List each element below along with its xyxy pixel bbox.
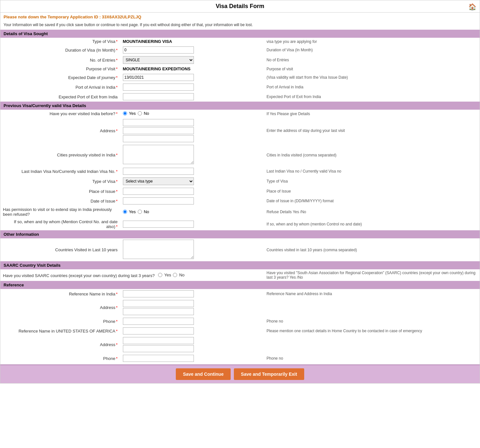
section-previous-visa: Previous Visa/Currently valid Visa Detai…: [0, 102, 480, 110]
ref-address-home-input-1[interactable]: [123, 337, 194, 344]
prev-type-of-visa-help: Type of Visa: [264, 176, 480, 186]
port-arrival-input[interactable]: [123, 84, 194, 91]
other-info-table: Countries Visited in Last 10 years Count…: [0, 238, 480, 261]
ref-name-home-label: Reference Name in UNITED STATES OF AMERI…: [0, 326, 120, 336]
expected-date-help: (Visa validity will start from the Visa …: [264, 73, 480, 82]
visa-no-label: Last Indian Visa No/Currently valid Indi…: [0, 166, 120, 176]
visa-details-table: Type of Visa MOUNTAINEERING VISA visa ty…: [0, 38, 480, 102]
type-of-visa-help: visa type you are applying for: [264, 38, 480, 45]
refused-help: Refuse Details Yes /No: [264, 206, 480, 218]
table-row: Address Enter the address of stay during…: [0, 118, 480, 144]
duration-input[interactable]: [123, 46, 194, 54]
refused-no-radio[interactable]: [138, 210, 142, 214]
table-row: Phone Phone no: [0, 353, 480, 363]
visited-before-label: Have you ever visited India before?: [0, 110, 120, 118]
refused-label: Has permission to visit or to extend sta…: [0, 206, 120, 218]
ref-address-india-inputs: [123, 300, 262, 315]
address-input-1[interactable]: [123, 119, 194, 126]
port-arrival-label: Port of Arrival in India: [0, 82, 120, 92]
ref-name-home-help: Please mention one contact details in Ho…: [264, 326, 480, 336]
type-of-visa-value: MOUNTAINEERING VISA: [123, 39, 172, 44]
purpose-help: Purpose of visit: [264, 65, 480, 73]
date-of-issue-input[interactable]: [123, 197, 194, 204]
ref-address-india-input-1[interactable]: [123, 300, 194, 307]
section-saarc: SAARC Country Visit Details: [0, 261, 480, 269]
ref-address-india-input-2[interactable]: [123, 308, 194, 315]
table-row: Phone Phone no: [0, 316, 480, 326]
table-row: Purpose of Visit MOUNTAINEERING EXPEDITI…: [0, 65, 480, 73]
page-title: Visa Details Form: [216, 3, 265, 9]
table-row: Address: [0, 299, 480, 316]
cities-label: Cities previously visited in India: [0, 144, 120, 166]
visited-yes-radio[interactable]: [123, 111, 127, 115]
table-row: Date of Issue Date of Issue in (DD/MM/YY…: [0, 196, 480, 206]
prev-type-of-visa-label: Type of Visa: [0, 176, 120, 186]
table-row: Last Indian Visa No/Currently valid Indi…: [0, 166, 480, 176]
refused-no-label: No: [144, 209, 149, 214]
section-other-info: Other Information: [0, 230, 480, 238]
place-of-issue-help: Place of Issue: [264, 186, 480, 196]
saarc-yes-label: Yes: [164, 273, 171, 277]
cities-help: Cities in India visited (comma separated…: [264, 144, 480, 166]
visited-no-label: No: [144, 111, 149, 116]
visa-no-input[interactable]: [123, 168, 194, 175]
address-input-2[interactable]: [123, 127, 194, 134]
ref-phone-home-input[interactable]: [123, 355, 194, 362]
visited-no-radio[interactable]: [138, 111, 142, 115]
table-row: Cities previously visited in India Citie…: [0, 144, 480, 166]
table-row: Duration of Visa (In Month) Duration of …: [0, 45, 480, 55]
refused-yes-label: Yes: [129, 209, 136, 214]
table-row: Port of Arrival in India Port of Arrival…: [0, 82, 480, 92]
saarc-radio-group: Yes No: [158, 273, 185, 277]
ref-name-india-label: Reference Name in India: [0, 289, 120, 299]
table-row: Expected Port of Exit from India Expecte…: [0, 92, 480, 102]
no-entries-select[interactable]: SINGLE DOUBLE MULTIPLE: [123, 56, 194, 64]
table-row: Reference Name in UNITED STATES OF AMERI…: [0, 326, 480, 336]
address-inputs: [123, 119, 262, 142]
ref-address-india-label: Address: [0, 299, 120, 316]
cities-textarea[interactable]: [123, 145, 194, 164]
ref-address-home-input-2[interactable]: [123, 345, 194, 352]
table-row: Countries Visited in Last 10 years Count…: [0, 238, 480, 261]
countries-visited-textarea[interactable]: [123, 240, 194, 259]
refused-control-help: If so, when and by whom (mention Control…: [264, 218, 480, 230]
address-label: Address: [0, 118, 120, 144]
visa-no-help: Last Indian Visa no / Currently valid Vi…: [264, 166, 480, 176]
ref-name-india-input[interactable]: [123, 290, 194, 297]
temp-id-label: Please note down the Temporary Applicati…: [4, 15, 101, 19]
address-input-3[interactable]: [123, 135, 194, 142]
visited-before-radio-group: Yes No: [123, 111, 149, 116]
date-of-issue-help: Date of Issue in (DD/MM/YYYY) format: [264, 196, 480, 206]
saarc-yes-radio[interactable]: [158, 273, 162, 277]
save-continue-button[interactable]: Save and Continue: [176, 368, 231, 380]
purpose-label: Purpose of Visit: [0, 65, 120, 73]
ref-phone-india-input[interactable]: [123, 318, 194, 325]
temp-id-value: 33X6AX32ULPZLJQ: [102, 15, 141, 19]
table-row: If so, when and by whom (Mention Control…: [0, 218, 480, 230]
table-row: No. of Entries SINGLE DOUBLE MULTIPLE No…: [0, 55, 480, 65]
place-of-issue-input[interactable]: [123, 188, 194, 195]
expected-date-input[interactable]: [123, 74, 194, 81]
home-icon[interactable]: 🏠: [468, 3, 476, 11]
purpose-value: MOUNTAINEERING EXPEDITIONS: [123, 66, 191, 71]
ref-name-home-input[interactable]: [123, 327, 194, 334]
port-exit-help: Expected Port of Exit from India: [264, 92, 480, 102]
footer-bar: Save and Continue Save and Temporarily E…: [0, 364, 480, 383]
saarc-no-radio[interactable]: [173, 273, 177, 277]
port-exit-label: Expected Port of Exit from India: [0, 92, 120, 102]
port-arrival-help: Port of Arrival in India: [264, 82, 480, 92]
previous-visa-table: Have you ever visited India before? Yes …: [0, 110, 480, 230]
refused-radio-group: Yes No: [123, 209, 149, 214]
ref-address-home-label: Address: [0, 336, 120, 353]
save-exit-button[interactable]: Save and Temporarily Exit: [234, 368, 304, 380]
address-help: Enter the address of stay during your la…: [264, 118, 480, 144]
no-entries-help: No of Entries: [264, 55, 480, 65]
section-reference: Reference: [0, 281, 480, 289]
expected-date-label: Expected Date of journey: [0, 73, 120, 82]
port-exit-input[interactable]: [123, 93, 194, 100]
countries-visited-label: Countries Visited in Last 10 years: [0, 238, 120, 261]
table-row: Have you visited SAARC countries (except…: [0, 269, 480, 281]
refused-yes-radio[interactable]: [123, 210, 127, 214]
prev-type-of-visa-select[interactable]: Select visa type Tourist Business Studen…: [123, 177, 194, 185]
refused-control-input[interactable]: [123, 221, 194, 228]
